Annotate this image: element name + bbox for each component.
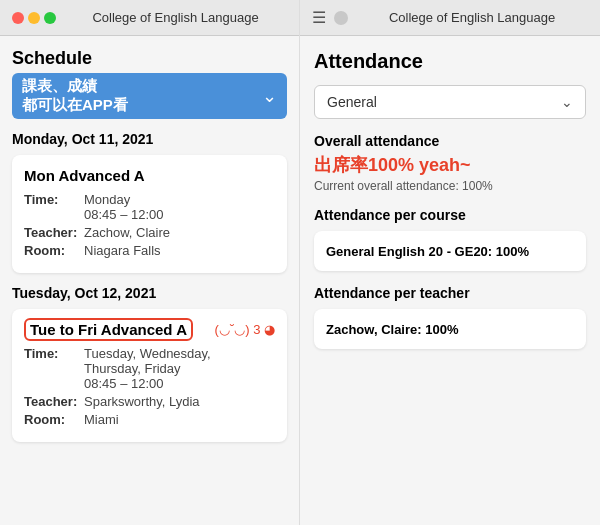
per-course-section-title: Attendance per course <box>314 207 586 223</box>
teacher-value-1: Zachow, Claire <box>84 225 170 240</box>
overall-sub-text: Current overall attendance: 100% <box>314 179 586 193</box>
course-name-2-wrap: Tue to Fri Advanced A <box>24 321 193 338</box>
right-panel-content: Attendance General ⌄ Overall attendance … <box>300 36 600 525</box>
minimize-dot[interactable] <box>28 12 40 24</box>
close-dot[interactable] <box>12 12 24 24</box>
course-name-2-highlighted: Tue to Fri Advanced A <box>24 318 193 341</box>
course-card-1: Mon Advanced A Time: Monday08:45 – 12:00… <box>12 155 287 273</box>
annotation-line2: 都可以在APP看 <box>22 96 128 115</box>
day1-label: Monday, Oct 11, 2021 <box>12 131 287 147</box>
teacher-attendance-text: Zachow, Claire: 100% <box>326 322 458 337</box>
dropdown-chevron-icon[interactable]: ⌄ <box>262 85 277 107</box>
room-value-1: Niagara Falls <box>84 243 161 258</box>
annotation-text: 課表、成績 都可以在APP看 <box>22 77 128 115</box>
course-teacher-1: Teacher: Zachow, Claire <box>24 225 275 240</box>
teacher-label-1: Teacher: <box>24 225 84 240</box>
course-teacher-2: Teacher: Sparksworthy, Lydia <box>24 394 275 409</box>
room-label-1: Room: <box>24 243 84 258</box>
teacher-value-2: Sparksworthy, Lydia <box>84 394 200 409</box>
attendance-title: Attendance <box>314 50 586 73</box>
general-dropdown[interactable]: General ⌄ <box>314 85 586 119</box>
left-panel-content: Schedule 課表、成績 都可以在APP看 ⌄ Monday, Oct 11… <box>0 36 299 525</box>
time-value-1: Monday08:45 – 12:00 <box>84 192 164 222</box>
left-header: College of English Language <box>0 0 299 36</box>
per-teacher-section-title: Attendance per teacher <box>314 285 586 301</box>
overall-annotation: 出席率100% yeah~ <box>314 153 586 177</box>
course-card-2: Tue to Fri Advanced A (◡˘◡) 3 ◕ Time: Tu… <box>12 309 287 442</box>
teacher-attendance-card: Zachow, Claire: 100% <box>314 309 586 349</box>
annotation-box: 課表、成績 都可以在APP看 ⌄ <box>12 73 287 119</box>
room-value-2: Miami <box>84 412 119 427</box>
avatar-icon <box>334 11 348 25</box>
day2-label: Tuesday, Oct 12, 2021 <box>12 285 287 301</box>
annotation-line1: 課表、成績 <box>22 77 128 96</box>
left-header-title: College of English Language <box>64 10 287 25</box>
dropdown-arrow-icon: ⌄ <box>561 94 573 110</box>
right-header: ☰ College of English Language <box>300 0 600 36</box>
time-value-2: Tuesday, Wednesday,Thursday, Friday08:45… <box>84 346 211 391</box>
course-room-1: Room: Niagara Falls <box>24 243 275 258</box>
course-attendance-card: General English 20 - GE20: 100% <box>314 231 586 271</box>
schedule-heading: Schedule <box>12 48 287 69</box>
course-time-2: Time: Tuesday, Wednesday,Thursday, Frida… <box>24 346 275 391</box>
teacher-label-2: Teacher: <box>24 394 84 409</box>
back-icon[interactable]: ☰ <box>312 8 326 27</box>
course-room-2: Room: Miami <box>24 412 275 427</box>
dropdown-label: General <box>327 94 377 110</box>
maximize-dot[interactable] <box>44 12 56 24</box>
room-label-2: Room: <box>24 412 84 427</box>
course-name-1: Mon Advanced A <box>24 167 275 184</box>
time-label-1: Time: <box>24 192 84 222</box>
overall-section-title: Overall attendance <box>314 133 586 149</box>
time-label-2: Time: <box>24 346 84 391</box>
course-time-1: Time: Monday08:45 – 12:00 <box>24 192 275 222</box>
course-attendance-text: General English 20 - GE20: 100% <box>326 244 529 259</box>
right-panel: ☰ College of English Language Attendance… <box>300 0 600 525</box>
right-header-icons: ☰ <box>312 8 348 27</box>
window-controls <box>12 12 56 24</box>
right-header-title: College of English Language <box>356 10 588 25</box>
emoji-annotation: (◡˘◡) 3 ◕ <box>215 322 275 337</box>
left-panel: College of English Language Schedule 課表、… <box>0 0 300 525</box>
